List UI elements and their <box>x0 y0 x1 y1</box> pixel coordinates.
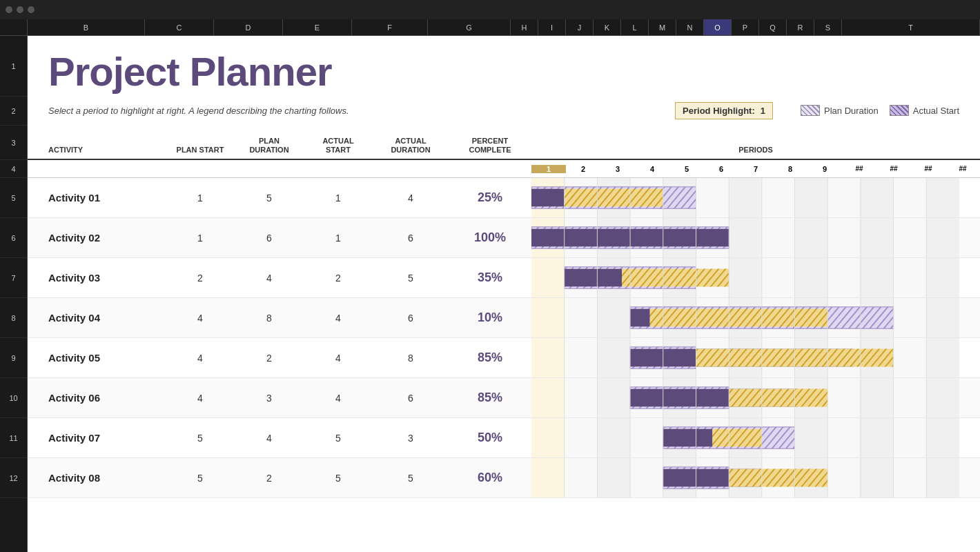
cell-actual-start-3: 4 <box>304 313 373 324</box>
legend-actual-start: Actual Start <box>890 105 959 116</box>
col-header-n[interactable]: N <box>676 19 704 35</box>
grid-content: Project Planner Select a period to highl… <box>28 36 980 552</box>
period-6-label[interactable]: 6 <box>704 165 738 173</box>
row-num-4: 4 <box>0 160 27 178</box>
svg-rect-240 <box>827 458 861 497</box>
col-header-o[interactable]: O <box>704 19 732 35</box>
svg-rect-102 <box>565 298 598 337</box>
col-header-i[interactable]: I <box>538 19 566 35</box>
col-header-s[interactable]: S <box>814 19 842 35</box>
svg-rect-13 <box>827 178 861 217</box>
cell-plan-duration-2: 4 <box>235 273 304 284</box>
cell-gantt-6 <box>531 418 959 457</box>
period-2-label[interactable]: 2 <box>566 165 600 173</box>
period-9-label[interactable]: 9 <box>807 165 842 173</box>
period-10-label[interactable]: ## <box>842 165 876 173</box>
period-highlight-box: Period Highlight: 1 <box>675 102 773 119</box>
period-5-label[interactable]: 5 <box>669 165 704 173</box>
period-11-label[interactable]: ## <box>876 165 911 173</box>
svg-rect-80 <box>926 258 959 297</box>
col-header-r[interactable]: R <box>787 19 814 35</box>
col-header-b[interactable]: B <box>28 19 145 35</box>
svg-rect-44 <box>795 218 828 257</box>
cell-plan-start-3: 4 <box>166 313 235 324</box>
cell-activity-2: Activity 03 <box>48 272 166 284</box>
svg-rect-101 <box>531 298 565 337</box>
svg-rect-112 <box>894 298 927 337</box>
cell-percent-2: 35% <box>449 270 531 285</box>
th-percent-complete: PERCENTCOMPLETE <box>449 137 531 159</box>
svg-rect-113 <box>926 298 959 337</box>
cell-actual-duration-3: 6 <box>373 313 449 324</box>
period-4-label[interactable]: 4 <box>635 165 669 173</box>
cell-activity-3: Activity 04 <box>48 312 166 324</box>
cell-percent-7: 60% <box>449 471 531 485</box>
svg-rect-42 <box>729 218 762 257</box>
cell-percent-1: 100% <box>449 230 531 245</box>
svg-rect-176 <box>861 378 894 417</box>
cell-plan-duration-0: 5 <box>235 193 304 204</box>
col-header-e[interactable]: E <box>283 19 352 35</box>
col-header-t[interactable]: T <box>842 19 980 35</box>
col-header-g[interactable]: G <box>428 19 511 35</box>
svg-rect-208 <box>827 418 861 457</box>
row-num-5: 5 <box>0 178 27 218</box>
col-header-d[interactable]: D <box>214 19 283 35</box>
period-13-label[interactable]: ## <box>945 165 980 173</box>
cell-actual-start-2: 2 <box>304 273 373 284</box>
th-actual-start: ACTUALSTART <box>304 137 373 159</box>
col-header-c[interactable]: C <box>145 19 214 35</box>
cell-actual-duration-4: 8 <box>373 353 449 364</box>
cell-gantt-5 <box>531 378 959 417</box>
top-bar-dot3 <box>28 6 35 13</box>
cell-activity-7: Activity 08 <box>48 472 166 484</box>
col-header-l[interactable]: L <box>621 19 649 35</box>
svg-rect-116 <box>650 309 828 327</box>
cell-actual-start-0: 1 <box>304 193 373 204</box>
th-actual-duration: ACTUALDURATION <box>373 137 449 159</box>
period-3-label[interactable]: 3 <box>600 165 635 173</box>
svg-rect-145 <box>926 338 959 377</box>
col-header-q[interactable]: Q <box>759 19 787 35</box>
col-header-j[interactable]: J <box>566 19 594 35</box>
svg-rect-19 <box>565 189 663 207</box>
col-header-h[interactable]: H <box>511 19 538 35</box>
period-12-label[interactable]: ## <box>911 165 945 173</box>
col-header-k[interactable]: K <box>594 19 621 35</box>
cell-plan-start-1: 1 <box>166 233 235 244</box>
table-row: Activity 04 4 8 4 6 10% <box>28 298 980 338</box>
col-header-f[interactable]: F <box>352 19 428 35</box>
period-highlight-label: Period Highlight: <box>683 106 755 116</box>
period-7-label[interactable]: 7 <box>738 165 773 173</box>
svg-rect-133 <box>531 338 565 377</box>
row-num-6: 6 <box>0 218 27 258</box>
top-bar-dot2 <box>17 6 23 13</box>
svg-rect-166 <box>531 378 565 417</box>
period-1-label[interactable]: 1 <box>531 165 566 173</box>
cell-plan-duration-5: 3 <box>235 393 304 404</box>
cell-plan-start-2: 2 <box>166 273 235 284</box>
cell-plan-start-6: 5 <box>166 433 235 444</box>
th-plan-start: PLAN START <box>166 146 235 159</box>
cell-plan-start-7: 5 <box>166 473 235 484</box>
svg-rect-242 <box>894 458 927 497</box>
svg-rect-16 <box>926 178 959 217</box>
svg-rect-47 <box>894 218 927 257</box>
cell-gantt-7 <box>531 458 959 497</box>
cell-actual-start-7: 5 <box>304 473 373 484</box>
col-header-p[interactable]: P <box>732 19 759 35</box>
period-8-label[interactable]: 8 <box>773 165 807 173</box>
legend: Plan Duration Actual Start <box>801 105 959 116</box>
svg-rect-200 <box>565 418 598 457</box>
svg-rect-74 <box>729 258 762 297</box>
cell-plan-duration-4: 2 <box>235 353 304 364</box>
cell-actual-duration-0: 4 <box>373 193 449 204</box>
main-area: 1 2 3 4 5 6 7 8 9 10 11 12 Project Plann… <box>0 36 980 552</box>
cell-actual-start-1: 1 <box>304 233 373 244</box>
row-num-3: 3 <box>0 126 27 160</box>
col-header-m[interactable]: M <box>649 19 676 35</box>
svg-rect-115 <box>630 309 650 327</box>
svg-rect-167 <box>565 378 598 417</box>
svg-rect-144 <box>894 338 927 377</box>
cell-activity-1: Activity 02 <box>48 232 166 244</box>
